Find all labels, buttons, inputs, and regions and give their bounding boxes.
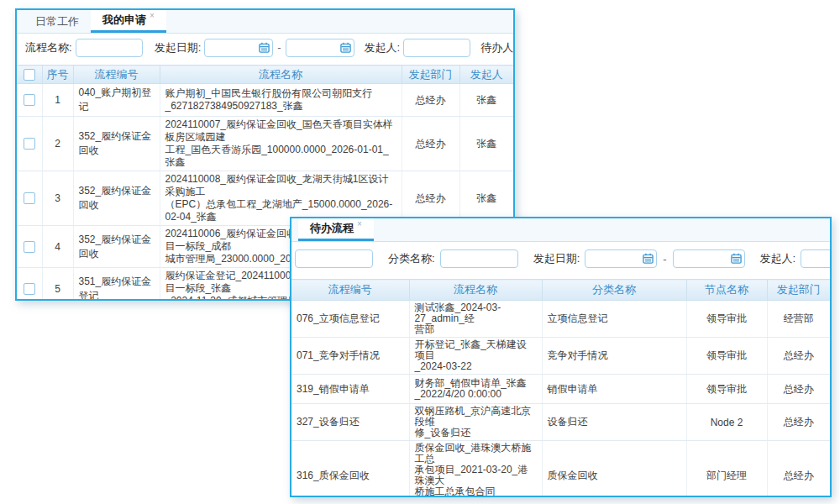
row-checkbox[interactable]	[24, 283, 35, 295]
start-date-label: 发起日期:	[155, 40, 202, 55]
date-range-separator: -	[276, 41, 281, 54]
process-name-input[interactable]	[76, 39, 143, 57]
col-process-code: 流程编号	[291, 280, 409, 301]
col-dept: 发起部门	[767, 280, 830, 301]
table-row[interactable]: 1 040_账户期初登记 账户期初_中国民生银行股份有限公司朝阳支行 _6271…	[17, 84, 513, 117]
panel1-filter-bar: 流程名称: 发起日期: - 发起人: 待办人:	[17, 34, 513, 61]
panel1-tabbar: 日常工作 我的申请 ×	[17, 10, 513, 34]
category-name-label: 分类名称:	[388, 251, 435, 266]
calendar-icon[interactable]	[731, 253, 742, 266]
start-date-label: 发起日期:	[533, 251, 580, 266]
table-row[interactable]: 316_质保金回收 质保金回收_港珠澳大桥施工总 承包项目_2021-03-20…	[291, 441, 830, 498]
table-row[interactable]: 071_竞争对手情况 开标登记_张鑫_天梯建设项目 _2024-03-22 竞争…	[291, 338, 830, 375]
pending-processes-table: 流程编号 流程名称 分类名称 节点名称 发起部门 076_立项信息登记 测试张鑫…	[291, 279, 830, 497]
assignee-label: 待办人:	[480, 40, 515, 55]
col-process-name: 流程名称	[160, 66, 402, 84]
category-name-input[interactable]	[440, 249, 518, 268]
tab-label: 日常工作	[35, 14, 79, 29]
table-row[interactable]: 327_设备归还 双钢压路机_京沪高速北京段维 修_设备归还 设备归还 Node…	[291, 404, 830, 441]
col-category-name: 分类名称	[542, 280, 686, 301]
table-row[interactable]: 319_销假申请单 财务部_销假申请单_张鑫 _2022/4/20 0:00:0…	[291, 375, 830, 404]
row-checkbox[interactable]	[24, 94, 35, 106]
process-name-input[interactable]	[295, 249, 373, 268]
pending-processes-window: 待办流程 × 分类名称: 发起日期: - 发起人: 流程编号 流程名称 分类名称…	[290, 217, 832, 497]
tab-label: 我的申请	[102, 13, 146, 28]
select-all-checkbox[interactable]	[24, 69, 35, 81]
close-icon[interactable]: ×	[357, 220, 362, 228]
row-checkbox[interactable]	[24, 192, 35, 204]
initiator-label: 发起人:	[365, 40, 401, 55]
calendar-icon[interactable]	[643, 253, 654, 266]
col-process-code: 流程编号	[73, 66, 160, 84]
col-node-name: 节点名称	[686, 280, 767, 301]
col-no: 序号	[42, 66, 73, 84]
tab-my-applications[interactable]: 我的申请 ×	[91, 10, 166, 33]
tab-daily-work[interactable]: 日常工作	[24, 10, 91, 33]
col-initiator: 发起人	[459, 66, 513, 84]
table-header-row: 流程编号 流程名称 分类名称 节点名称 发起部门	[291, 280, 830, 301]
initiator-label: 发起人:	[760, 251, 796, 266]
panel2-filter-bar: 分类名称: 发起日期: - 发起人:	[291, 242, 830, 276]
initiator-input[interactable]	[801, 249, 832, 268]
calendar-icon[interactable]	[340, 42, 351, 55]
table-row[interactable]: 076_立项信息登记 测试张鑫_2024-03-27_admin_经 营部 立项…	[291, 301, 830, 338]
table-header-row: 序号 流程编号 流程名称 发起部门 发起人	[17, 66, 513, 84]
row-checkbox[interactable]	[24, 138, 35, 150]
tab-label: 待办流程	[310, 221, 354, 236]
panel2-tabbar: 待办流程 ×	[291, 218, 830, 242]
table-row[interactable]: 2 352_履约保证金回收 2024110007_履约保证金回收_国色天香项目实…	[17, 117, 513, 171]
process-name-label: 流程名称:	[25, 40, 72, 55]
row-checkbox[interactable]	[24, 241, 35, 253]
col-process-name: 流程名称	[409, 280, 542, 301]
calendar-icon[interactable]	[259, 42, 270, 55]
close-icon[interactable]: ×	[150, 12, 155, 20]
tab-pending-processes[interactable]: 待办流程 ×	[298, 218, 374, 241]
date-range-separator: -	[662, 253, 667, 265]
col-dept: 发起部门	[402, 66, 459, 84]
initiator-input[interactable]	[403, 39, 470, 57]
